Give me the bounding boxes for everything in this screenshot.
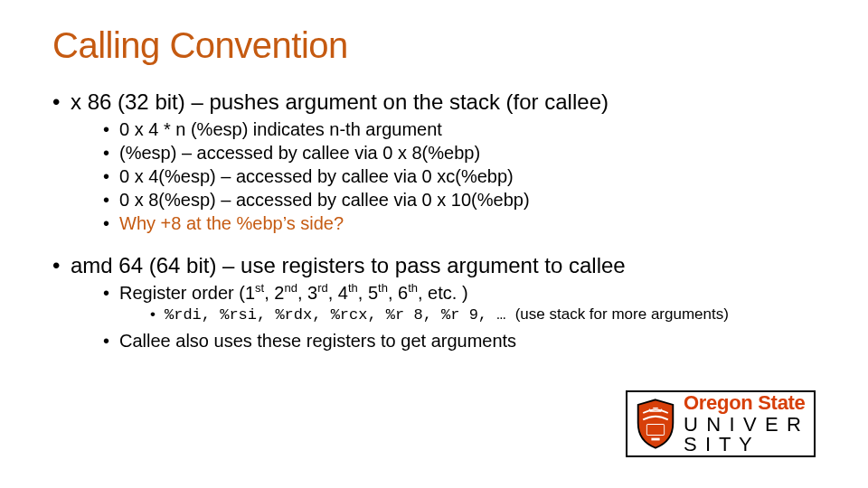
content-list: x 86 (32 bit) – pushes argument on the s… — [52, 88, 816, 352]
amd64-registers: %rdi, %rsi, %rdx, %rcx, %r 8, %r 9, … (u… — [150, 305, 816, 325]
sup-3: rd — [317, 282, 328, 296]
osu-logo-line1: Oregon State — [684, 393, 814, 413]
order-mid5: , 5 — [358, 283, 378, 303]
order-mid6: , 6 — [388, 283, 408, 303]
sup-6: th — [408, 282, 418, 296]
osu-shield-icon — [627, 392, 680, 455]
svg-rect-2 — [651, 438, 659, 441]
x86-item-3: 0 x 8(%esp) – accessed by callee via 0 x… — [103, 188, 816, 211]
slide: Calling Convention x 86 (32 bit) – pushe… — [0, 0, 868, 488]
x86-item-2: 0 x 4(%esp) – accessed by callee via 0 x… — [103, 164, 816, 188]
amd64-heading-text: amd 64 (64 bit) – use registers to pass … — [71, 253, 626, 277]
svg-point-4 — [661, 408, 663, 410]
sup-2: nd — [284, 282, 297, 296]
registers-tail: (use stack for more arguments) — [515, 305, 729, 323]
order-suffix: , etc. ) — [418, 283, 468, 303]
sup-1: st — [255, 282, 264, 296]
order-mid4: , 4 — [328, 283, 348, 303]
x86-heading-text: x 86 (32 bit) – pushes argument on the s… — [71, 89, 609, 114]
x86-question-text: Why +8 at the %ebp’s side? — [119, 213, 344, 233]
order-mid3: , 3 — [297, 283, 317, 303]
amd64-register-order: Register order (1st, 2nd, 3rd, 4th, 5th,… — [103, 281, 816, 325]
osu-logo: Oregon State U N I V E R S I T Y — [626, 390, 816, 457]
amd64-registers-line: %rdi, %rsi, %rdx, %rcx, %r 8, %r 9, … (u… — [150, 305, 816, 325]
order-mid2: , 2 — [264, 283, 284, 303]
order-prefix: Register order (1 — [119, 283, 255, 303]
slide-title: Calling Convention — [52, 25, 816, 66]
x86-heading: x 86 (32 bit) – pushes argument on the s… — [52, 88, 816, 235]
x86-question: Why +8 at the %ebp’s side? — [103, 211, 816, 235]
x86-item-1: (%esp) – accessed by callee via 0 x 8(%e… — [103, 141, 816, 164]
registers-code: %rdi, %rsi, %rdx, %rcx, %r 8, %r 9, … — [165, 306, 515, 324]
svg-rect-1 — [647, 425, 664, 435]
amd64-heading: amd 64 (64 bit) – use registers to pass … — [52, 251, 816, 352]
osu-logo-line2: U N I V E R S I T Y — [684, 415, 814, 455]
sup-5: th — [378, 282, 388, 296]
osu-logo-text: Oregon State U N I V E R S I T Y — [680, 392, 814, 455]
sup-4: th — [348, 282, 358, 296]
x86-sublist: 0 x 4 * n (%esp) indicates n-th argument… — [103, 117, 816, 235]
amd64-callee-note: Callee also uses these registers to get … — [103, 329, 816, 352]
amd64-sublist: Register order (1st, 2nd, 3rd, 4th, 5th,… — [103, 281, 816, 352]
svg-point-3 — [649, 408, 651, 410]
x86-item-0: 0 x 4 * n (%esp) indicates n-th argument — [103, 117, 816, 141]
